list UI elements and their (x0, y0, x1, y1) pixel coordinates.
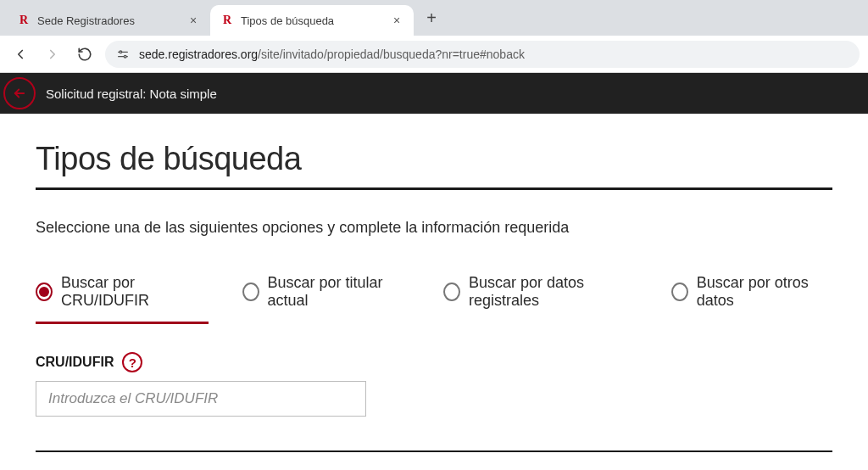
reload-button[interactable] (73, 42, 97, 66)
radio-cru-idufir[interactable]: Buscar por CRU/IDUFIR (36, 274, 209, 324)
tab-tipos-busqueda[interactable]: R Tipos de búsqueda × (210, 5, 414, 36)
tab-title: Tipos de búsqueda (241, 14, 383, 27)
radio-label: Buscar por CRU/IDUFIR (61, 274, 209, 310)
cru-idufir-input[interactable] (36, 381, 366, 417)
radio-otros-datos[interactable]: Buscar por otros datos (671, 274, 832, 322)
search-type-radios: Buscar por CRU/IDUFIR Buscar por titular… (36, 274, 832, 322)
radio-label: Buscar por titular actual (268, 274, 409, 310)
main-content: Tipos de búsqueda Seleccione una de las … (0, 114, 868, 452)
help-icon[interactable]: ? (122, 352, 142, 372)
instruction-text: Seleccione una de las siguientes opcione… (36, 219, 832, 237)
address-bar[interactable]: sede.registradores.org/site/invitado/pro… (105, 41, 860, 68)
svg-point-2 (120, 51, 122, 53)
close-icon[interactable]: × (186, 14, 200, 27)
cru-idufir-field: CRU/IDUFIR ? (36, 352, 832, 417)
browser-chrome: R Sede Registradores × R Tipos de búsque… (0, 0, 868, 73)
favicon-r-icon: R (220, 14, 234, 27)
radio-icon (242, 283, 259, 301)
tab-strip: R Sede Registradores × R Tipos de búsque… (0, 0, 868, 36)
field-label: CRU/IDUFIR (36, 355, 114, 370)
forward-button[interactable] (41, 42, 64, 66)
radio-label: Buscar por otros datos (697, 274, 832, 310)
site-settings-icon[interactable] (115, 47, 131, 62)
radio-datos-registrales[interactable]: Buscar por datos registrales (443, 274, 637, 322)
browser-toolbar: sede.registradores.org/site/invitado/pro… (0, 36, 868, 73)
close-icon[interactable]: × (390, 14, 403, 27)
radio-icon (443, 283, 460, 301)
page-back-button[interactable] (3, 77, 36, 109)
tab-title: Sede Registradores (37, 14, 180, 27)
svg-point-3 (124, 55, 126, 58)
section-divider (36, 450, 832, 452)
radio-label: Buscar por datos registrales (469, 274, 637, 310)
radio-icon (671, 283, 688, 301)
url-text: sede.registradores.org/site/invitado/pro… (139, 48, 525, 61)
back-button[interactable] (8, 42, 32, 66)
breadcrumb: Solicitud registral: Nota simple (46, 87, 217, 101)
radio-icon (36, 283, 53, 301)
field-label-row: CRU/IDUFIR ? (36, 352, 832, 372)
tab-sede-registradores[interactable]: R Sede Registradores × (7, 5, 210, 36)
radio-titular-actual[interactable]: Buscar por titular actual (242, 274, 409, 322)
favicon-r-icon: R (17, 14, 31, 27)
page-title: Tipos de búsqueda (36, 141, 832, 190)
page-topbar: Solicitud registral: Nota simple (0, 73, 868, 114)
new-tab-button[interactable]: + (419, 5, 444, 31)
